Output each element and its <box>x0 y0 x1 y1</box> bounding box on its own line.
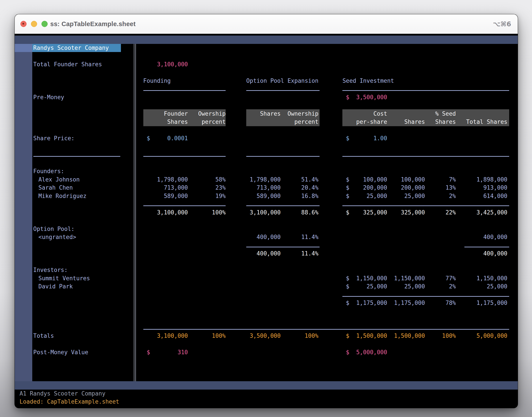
cell-text[interactable]: 77% <box>446 274 456 283</box>
cell-text[interactable]: 51.4% <box>301 176 318 184</box>
cell-text[interactable]: Owership <box>198 110 226 118</box>
cell-text[interactable]: 589,000 <box>164 192 188 200</box>
zoom-button-icon[interactable] <box>42 21 48 27</box>
cell-text[interactable]: 25,000 <box>404 192 425 200</box>
cell-text[interactable]: 20.4% <box>301 184 318 192</box>
cell-text[interactable]: $ <box>346 208 349 217</box>
cell-text[interactable]: Founders: <box>33 167 64 176</box>
cell-text[interactable]: David Park <box>38 282 73 291</box>
cell-text[interactable]: 913,000 <box>483 184 507 192</box>
title-bar[interactable]: ss: CapTableExample.sheet ⌥⌘6 <box>15 14 518 34</box>
cell-text[interactable]: $ <box>346 332 349 340</box>
cell-text[interactable]: 400,000 <box>483 233 507 241</box>
cell-text[interactable]: Cost <box>373 110 387 118</box>
cell-text[interactable]: 5,000,000 <box>356 348 387 357</box>
cell-text[interactable]: 5,000,000 <box>477 332 507 340</box>
cell-text[interactable]: 589,000 <box>257 192 281 200</box>
cell-text[interactable]: % Seed <box>435 110 456 118</box>
cell-text[interactable]: 1,150,000 <box>356 274 387 283</box>
cell-text[interactable]: 25,000 <box>487 282 507 291</box>
cell-text[interactable]: 3,425,000 <box>477 208 507 217</box>
cell-text[interactable]: $ <box>146 348 150 357</box>
cell-text[interactable]: $ <box>346 93 349 102</box>
cell-text[interactable]: 713,000 <box>257 184 281 192</box>
cell-text[interactable]: 713,000 <box>164 184 188 192</box>
cell-text[interactable]: $ <box>346 134 349 143</box>
cell-text[interactable]: 400,000 <box>483 250 507 258</box>
cell-text[interactable]: 23% <box>215 184 226 192</box>
cell-text[interactable]: Total Shares <box>466 118 507 126</box>
cell-text[interactable]: 11.4% <box>301 233 318 241</box>
cell-text[interactable]: 3,100,000 <box>157 60 188 69</box>
cell-text[interactable]: 1,150,000 <box>477 274 507 283</box>
cell-text[interactable]: 3,100,000 <box>157 332 188 340</box>
cell-text[interactable]: 88.6% <box>301 208 318 217</box>
cell-text[interactable]: 325,000 <box>401 208 425 217</box>
cell-text[interactable]: Summit Ventures <box>38 274 90 283</box>
cell-text[interactable]: per-share <box>356 118 387 126</box>
cell-text[interactable]: 400,000 <box>257 233 281 241</box>
cell-text[interactable]: 11.4% <box>301 250 318 258</box>
cell-text[interactable]: 200,000 <box>363 184 387 192</box>
cell-text[interactable]: 3,100,000 <box>157 208 188 217</box>
cell-text[interactable]: 1.00 <box>373 134 387 143</box>
terminal[interactable]: ABCDEFGHIJKLMN12345678910111213141516171… <box>15 34 518 408</box>
cell-text[interactable]: 2% <box>449 192 456 200</box>
cell-text[interactable]: Alex Johnson <box>38 176 80 184</box>
cell-text[interactable]: Randys Scooter Company <box>33 44 109 52</box>
cell-text[interactable]: Shares <box>435 118 456 126</box>
cell-text[interactable]: 100% <box>305 332 318 340</box>
cell-text[interactable]: $ <box>346 184 349 192</box>
cell-text[interactable]: 325,000 <box>363 208 387 217</box>
cell-text[interactable]: $ <box>346 192 349 200</box>
cell-text[interactable]: 100,000 <box>363 176 387 184</box>
cell-text[interactable]: Shares <box>167 118 188 126</box>
cell-text[interactable]: 7% <box>449 176 456 184</box>
cell-text[interactable]: <ungranted> <box>38 233 76 241</box>
cell-text[interactable]: 1,175,000 <box>356 299 387 307</box>
cell-text[interactable]: Sarah Chen <box>38 184 73 192</box>
cell-text[interactable]: 1,798,000 <box>250 176 281 184</box>
cell-text[interactable]: Founder <box>164 110 188 118</box>
cell-text[interactable]: $ <box>346 274 349 283</box>
cell-text[interactable]: 78% <box>446 299 456 307</box>
cell-text[interactable]: Option Pool Expansion <box>246 77 318 85</box>
cell-text[interactable]: 1,500,000 <box>394 332 425 340</box>
close-button-icon[interactable] <box>21 21 27 27</box>
cell-text[interactable]: 100% <box>212 208 226 217</box>
cell-text[interactable]: 400,000 <box>257 250 281 258</box>
cell-text[interactable]: $ <box>146 134 150 143</box>
cell-text[interactable]: 1,175,000 <box>394 299 425 307</box>
cell-text[interactable]: Seed Investment <box>342 77 394 85</box>
cell-text[interactable]: 310 <box>177 348 188 357</box>
cell-text[interactable]: Founding <box>143 77 171 85</box>
cell-text[interactable]: Post-Money Value <box>33 348 88 357</box>
cell-text[interactable]: percent <box>294 118 318 126</box>
cell-text[interactable]: Shares <box>260 110 281 118</box>
cell-text[interactable]: 1,500,000 <box>356 332 387 340</box>
cell-text[interactable]: 100% <box>212 332 226 340</box>
cell-text[interactable]: 0.0001 <box>167 134 188 143</box>
spreadsheet-grid[interactable]: ABCDEFGHIJKLMN12345678910111213141516171… <box>20 34 518 408</box>
cell-text[interactable]: 1,150,000 <box>394 274 425 283</box>
cell-text[interactable]: 1,898,000 <box>477 176 507 184</box>
cell-text[interactable]: 16.8% <box>301 192 318 200</box>
cell-text[interactable]: 100,000 <box>401 176 425 184</box>
cell-text[interactable]: $ <box>346 299 349 307</box>
cell-text[interactable]: 614,000 <box>483 192 507 200</box>
cell-text[interactable]: Shares <box>404 118 425 126</box>
cell-text[interactable]: 25,000 <box>404 282 425 291</box>
cell-text[interactable]: Ownership <box>288 110 318 118</box>
cell-text[interactable]: Investors: <box>33 266 68 274</box>
cell-text[interactable]: 58% <box>215 176 226 184</box>
cell-text[interactable]: Mike Rodriguez <box>38 192 86 200</box>
cell-text[interactable]: $ <box>346 282 349 291</box>
cell-text[interactable]: Share Price: <box>33 134 75 143</box>
cell-text[interactable]: 3,100,000 <box>250 208 281 217</box>
cell-text[interactable]: 25,000 <box>366 282 387 291</box>
cell-text[interactable]: 13% <box>446 184 456 192</box>
cell-text[interactable]: $ <box>346 348 349 357</box>
cell-text[interactable]: 100% <box>442 332 456 340</box>
cell-text[interactable]: 25,000 <box>366 192 387 200</box>
cell-text[interactable]: 3,500,000 <box>356 93 387 102</box>
